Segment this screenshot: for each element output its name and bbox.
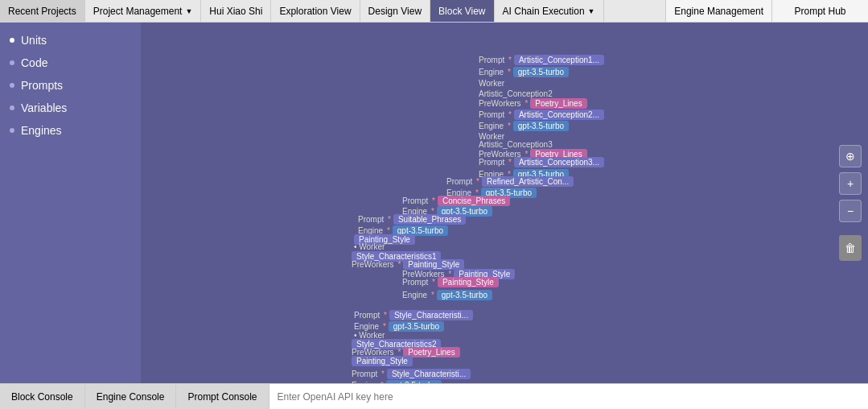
block-chip[interactable]: Suitable_Phrases — [393, 214, 466, 225]
block-chip[interactable]: Painting_Style — [438, 277, 499, 287]
block-row: PreWorkers *Poetry_Lines — [479, 98, 587, 109]
canvas-inner: Prompt *Artistic_Conception1...Engine *g… — [141, 23, 868, 383]
block-type-label: Prompt * — [352, 370, 385, 378]
dropdown-arrow: ▼ — [185, 7, 192, 15]
block-row: Prompt *Refined_Artistic_Con... — [446, 176, 574, 187]
sidebar: Units Code Prompts Variables Engines — [0, 23, 141, 383]
block-type-label: Engine * — [402, 291, 434, 300]
block-type-label: Prompt * — [446, 177, 479, 186]
block-chip[interactable]: Style_Characteristi... — [389, 310, 473, 320]
block-row: Artistic_Conception2 — [479, 89, 553, 98]
top-navigation: Recent Projects Project Management ▼ Hui… — [0, 0, 868, 23]
block-chip[interactable]: gpt-3.5-turbo — [513, 67, 569, 77]
block-row: Engine *gpt-3.5-turbo — [479, 121, 569, 131]
block-chip[interactable]: Artistic_Conception2... — [514, 109, 604, 120]
nav-hui-xiao-shi[interactable]: Hui Xiao Shi — [201, 0, 271, 22]
canvas-area[interactable]: Prompt *Artistic_Conception1...Engine *g… — [141, 23, 868, 383]
nav-right-section: Engine Management Prompt Hub — [665, 0, 868, 22]
zoom-in-button[interactable]: + — [839, 172, 862, 195]
engine-console-tab[interactable]: Engine Console — [85, 384, 177, 409]
block-console-tab[interactable]: Block Console — [0, 384, 85, 409]
block-type-label: Prompt * — [402, 196, 435, 205]
block-row: Engine *gpt-3.5-turbo — [352, 380, 442, 383]
right-controls: ⊕ + − 🗑 — [839, 145, 862, 261]
block-chip[interactable]: Poetry_Lines — [530, 98, 586, 109]
block-row: Artistic_Conception3 — [479, 140, 553, 149]
worker-label: Worker — [479, 79, 504, 88]
api-key-input[interactable] — [269, 384, 869, 409]
block-chip[interactable]: gpt-3.5-turbo — [513, 121, 569, 131]
block-type-label: Prompt * — [479, 158, 512, 167]
zoom-out-button[interactable]: − — [839, 200, 862, 222]
worker-label: • Worker — [354, 242, 385, 251]
block-type-label: Artistic_Conception2 — [479, 89, 553, 98]
block-chip[interactable]: gpt-3.5-turbo — [386, 380, 442, 383]
block-row: • Worker — [354, 242, 385, 251]
nav-project-management[interactable]: Project Management ▼ — [85, 0, 202, 22]
block-type-label: Prompt * — [402, 278, 435, 287]
trash-button[interactable]: 🗑 — [839, 235, 862, 261]
nav-recent-projects[interactable]: Recent Projects — [0, 0, 85, 22]
block-type-label: Engine * — [479, 122, 511, 130]
block-row: Worker — [479, 79, 504, 88]
block-chip[interactable]: gpt-3.5-turbo — [437, 290, 492, 300]
block-row: Prompt *Style_Characteristi... — [352, 369, 471, 379]
block-row: Prompt *Artistic_Conception3... — [479, 157, 604, 167]
block-row: Engine *gpt-3.5-turbo — [402, 290, 492, 300]
block-row: Prompt *Artistic_Conception1... — [479, 55, 604, 65]
dropdown-arrow-ai: ▼ — [588, 7, 595, 15]
block-row: Prompt *Painting_Style — [402, 277, 499, 287]
block-type-label: Engine * — [352, 381, 384, 383]
nav-block-view[interactable]: Block View — [430, 0, 494, 22]
sidebar-item-prompts[interactable]: Prompts — [0, 74, 141, 97]
compass-control[interactable]: ⊕ — [839, 145, 862, 167]
block-type-label: Prompt * — [479, 110, 512, 119]
sidebar-dot — [10, 60, 14, 65]
nav-design-view[interactable]: Design View — [360, 0, 430, 22]
sidebar-item-code[interactable]: Code — [0, 52, 141, 74]
block-row: Engine *gpt-3.5-turbo — [479, 67, 569, 77]
block-type-label: PreWorkers * — [479, 99, 528, 108]
block-type-label: Engine * — [354, 322, 386, 331]
sidebar-dot — [10, 38, 14, 43]
block-chip[interactable]: Artistic_Conception1... — [514, 55, 604, 65]
main-area: Units Code Prompts Variables Engines Pro… — [0, 23, 868, 383]
block-chip[interactable]: Style_Characteristi... — [387, 369, 471, 379]
block-type-label: Engine * — [479, 68, 511, 76]
block-row: Prompt *Concise_Phrases — [402, 196, 510, 206]
nav-prompt-hub[interactable]: Prompt Hub — [771, 0, 868, 22]
block-type-label: Prompt * — [354, 311, 387, 320]
nav-exploration-view[interactable]: Exploration View — [271, 0, 360, 22]
sidebar-item-engines[interactable]: Engines — [0, 119, 141, 142]
nav-engine-management[interactable]: Engine Management — [665, 0, 771, 22]
block-chip[interactable]: Refined_Artistic_Con... — [482, 176, 574, 187]
block-type-label: Artistic_Conception3 — [479, 140, 553, 149]
sidebar-dot — [10, 128, 14, 133]
block-row: Prompt *Artistic_Conception2... — [479, 109, 604, 120]
block-type-label: PreWorkers * — [352, 260, 401, 269]
block-type-label: Prompt * — [479, 56, 512, 64]
sidebar-dot — [10, 83, 14, 88]
preworkers-chip[interactable]: Painting_Style — [352, 356, 413, 366]
sidebar-item-units[interactable]: Units — [0, 29, 141, 52]
bottom-bar: Block Console Engine Console Prompt Cons… — [0, 383, 868, 409]
prompt-console-tab[interactable]: Prompt Console — [176, 384, 269, 409]
block-row: Painting_Style — [352, 356, 413, 366]
block-chip[interactable]: gpt-3.5-turbo — [389, 321, 444, 332]
nav-ai-chain-execution[interactable]: AI Chain Execution ▼ — [495, 0, 604, 22]
sidebar-dot — [10, 105, 14, 110]
block-chip[interactable]: Artistic_Conception3... — [514, 157, 604, 167]
block-type-label: Prompt * — [358, 215, 391, 224]
block-row: Prompt *Style_Characteristi... — [354, 310, 473, 320]
sidebar-item-variables[interactable]: Variables — [0, 97, 141, 119]
block-row: Prompt *Suitable_Phrases — [358, 214, 466, 225]
block-chip[interactable]: Concise_Phrases — [438, 196, 510, 206]
